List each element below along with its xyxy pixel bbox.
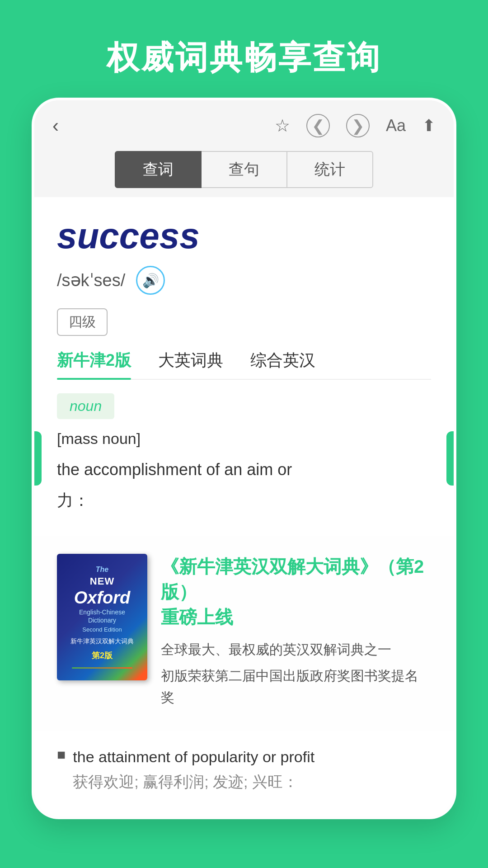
- font-size-icon[interactable]: Aa: [386, 116, 406, 135]
- source-tab-britannica[interactable]: 大英词典: [158, 349, 223, 379]
- prev-icon[interactable]: ❮: [306, 114, 330, 137]
- noun-class: [mass noun]: [57, 430, 431, 448]
- def-text: the attainment of popularity or profit 获…: [73, 745, 314, 794]
- promo-title: 《新牛津英汉双解大词典》（第2版） 重磅上线: [161, 554, 431, 630]
- book-cover-edition: 第2版: [92, 650, 113, 661]
- next-icon[interactable]: ❯: [346, 114, 370, 137]
- phonetic-row: /səkˈses/ 🔊: [57, 266, 431, 295]
- side-decoration-right: [446, 431, 456, 486]
- tab-statistics[interactable]: 统计: [286, 151, 373, 188]
- word-title: success: [57, 215, 431, 257]
- bookmark-icon[interactable]: ☆: [275, 116, 290, 136]
- promo-desc-2: 初版荣获第二届中国出版政府奖图书奖提名奖: [161, 665, 431, 708]
- dict-content: success /səkˈses/ 🔊 四级 新牛津2版 大英词典 综合英汉 n…: [34, 197, 454, 536]
- book-cover-the: The: [96, 566, 108, 574]
- source-tabs: 新牛津2版 大英词典 综合英汉: [57, 349, 431, 380]
- toolbar: ‹ ☆ ❮ ❯ Aa ⬆: [34, 100, 454, 146]
- page-title: 权威词典畅享查询: [18, 36, 470, 80]
- tab-bar: 查词 查句 统计: [34, 146, 454, 197]
- source-tab-comprehensive[interactable]: 综合英汉: [250, 349, 315, 379]
- book-cover: The NEW Oxford English-Chinese Dictionar…: [57, 554, 147, 680]
- def-text-cn: 获得欢迎; 赢得利润; 发迹; 兴旺：: [73, 769, 314, 794]
- book-cover-subtitle-edition: Second Edition: [82, 626, 122, 633]
- book-cover-subtitle-cn: 新牛津英汉双解大词典: [70, 637, 134, 646]
- level-badge: 四级: [57, 308, 108, 336]
- promo-desc-1: 全球最大、最权威的英汉双解词典之一: [161, 639, 431, 660]
- toolbar-right: ☆ ❮ ❯ Aa ⬆: [275, 114, 436, 137]
- phone-frame: ‹ ☆ ❮ ❯ Aa ⬆ 查词 查句 统计 success /səkˈses/ …: [32, 98, 456, 819]
- source-tab-oxford[interactable]: 新牛津2版: [57, 349, 131, 379]
- toolbar-left: ‹: [52, 115, 59, 137]
- book-cover-oxford: Oxford: [74, 589, 131, 606]
- def-item-1: ■ the attainment of popularity or profit…: [57, 745, 431, 794]
- sound-icon: 🔊: [142, 273, 159, 288]
- def-text-en: the attainment of popularity or profit: [73, 748, 314, 765]
- promo-text: 《新牛津英汉双解大词典》（第2版） 重磅上线 全球最大、最权威的英汉双解词典之一…: [161, 554, 431, 713]
- book-cover-subtitle-en: English-Chinese Dictionary: [64, 608, 140, 624]
- sound-button[interactable]: 🔊: [136, 266, 165, 295]
- def-bullet: ■: [57, 746, 66, 763]
- book-cover-stripe: [72, 667, 132, 669]
- pos-badge: noun: [57, 393, 114, 419]
- bottom-def: ■ the attainment of popularity or profit…: [34, 731, 454, 816]
- share-icon[interactable]: ⬆: [422, 116, 436, 135]
- tab-lookup-sentence[interactable]: 查句: [202, 151, 286, 188]
- tab-lookup-word[interactable]: 查词: [115, 151, 202, 188]
- definition-text-2: 力：: [57, 487, 431, 514]
- promo-overlay: The NEW Oxford English-Chinese Dictionar…: [34, 536, 454, 731]
- side-decoration-left: [32, 431, 42, 486]
- phonetic-text: /səkˈses/: [57, 270, 125, 290]
- back-icon[interactable]: ‹: [52, 115, 59, 137]
- bottom-space: [0, 819, 488, 855]
- book-cover-new: NEW: [90, 576, 114, 587]
- definition-text-1: the accomplishment of an aim or: [57, 457, 431, 483]
- page-header: 权威词典畅享查询: [0, 0, 488, 98]
